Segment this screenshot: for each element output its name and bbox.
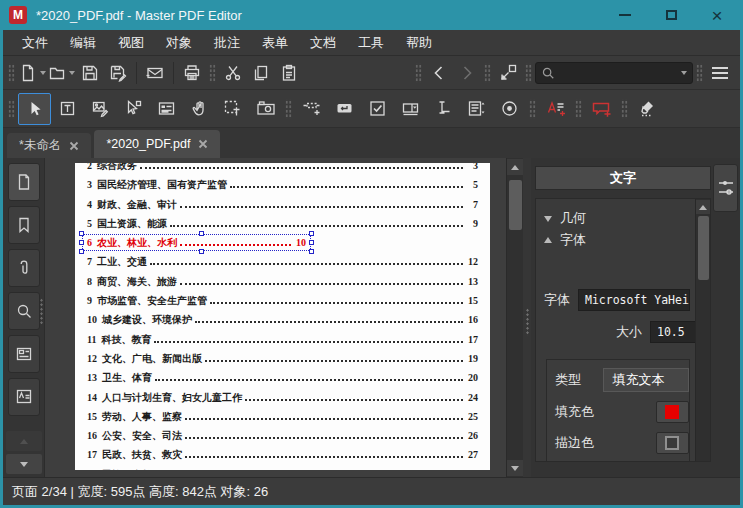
transform-object-button[interactable] <box>494 59 522 87</box>
sidebar-form-fields-button[interactable] <box>8 335 40 373</box>
toolbar-grip[interactable] <box>8 99 15 119</box>
toc-row[interactable]: 8 商贸、海关、旅游 13 <box>75 272 490 291</box>
menu-tools[interactable]: 工具 <box>347 30 395 55</box>
forward-button[interactable] <box>453 59 481 87</box>
radio-field-tool-button[interactable] <box>493 93 526 125</box>
stroke-color-button[interactable] <box>656 432 689 454</box>
toc-row[interactable]: 6 农业、林业、水利 10 <box>82 234 311 251</box>
back-button[interactable] <box>425 59 453 87</box>
menu-edit[interactable]: 编辑 <box>59 30 107 55</box>
scroll-up-button[interactable] <box>507 159 523 175</box>
toc-row[interactable]: 12 文化、广电、新闻出版 19 <box>75 349 490 368</box>
maximize-button[interactable] <box>648 0 694 30</box>
edit-forms-tool-button[interactable] <box>150 93 183 125</box>
toc-row[interactable]: 11 科技、教育 17 <box>75 330 490 349</box>
toolbar-menu-button[interactable] <box>706 59 734 87</box>
edit-text-tool-button[interactable] <box>51 93 84 125</box>
toc-row[interactable]: 10 城乡建设、环境保护 16 <box>75 310 490 329</box>
panel-splitter[interactable] <box>523 158 531 477</box>
section-font[interactable]: 字体 <box>544 229 690 251</box>
tab-close-icon[interactable] <box>69 141 79 151</box>
date-field-tool-button[interactable] <box>427 93 460 125</box>
paste-button[interactable] <box>275 59 303 87</box>
scroll-down-button[interactable] <box>507 460 523 476</box>
selection-handle[interactable] <box>199 249 204 254</box>
highlighter-tool-button[interactable] <box>631 93 664 125</box>
splitter-handle[interactable] <box>525 308 530 336</box>
highlight-text-tool-button[interactable] <box>539 93 572 125</box>
scrollbar-thumb[interactable] <box>509 180 522 230</box>
chevron-down-icon[interactable] <box>681 71 687 78</box>
toolbar-grip[interactable] <box>415 63 422 83</box>
toc-row[interactable]: 15 劳动、人事、监察 25 <box>75 407 490 426</box>
menu-object[interactable]: 对象 <box>155 30 203 55</box>
sidebar-scroll-up-button[interactable] <box>6 431 42 451</box>
sidebar-pages-button[interactable] <box>8 163 40 201</box>
toc-row[interactable]: 17 民政、扶贫、救灾 27 <box>75 445 490 464</box>
edit-image-tool-button[interactable] <box>84 93 117 125</box>
selection-handle[interactable] <box>309 231 314 236</box>
snapshot-tool-button[interactable] <box>249 93 282 125</box>
selection-handle[interactable] <box>309 240 314 245</box>
save-as-button[interactable] <box>104 59 132 87</box>
sidebar-bookmarks-button[interactable] <box>8 206 40 244</box>
combobox-field-tool-button[interactable] <box>394 93 427 125</box>
email-button[interactable] <box>141 59 169 87</box>
edit-path-tool-button[interactable] <box>117 93 150 125</box>
selection-handle[interactable] <box>309 249 314 254</box>
cut-button[interactable] <box>219 59 247 87</box>
sidebar-signature-button[interactable] <box>8 378 40 416</box>
toolbar-grip[interactable] <box>529 99 536 119</box>
toc-row[interactable]: 16 公安、安全、司法 26 <box>75 426 490 445</box>
panel-scrollbar-thumb[interactable] <box>698 216 709 280</box>
font-name-field[interactable]: Microsoft YaHei <box>578 289 690 311</box>
toolbar-grip[interactable] <box>696 63 703 83</box>
toc-row[interactable]: 5 国土资源、能源 9 <box>75 214 490 233</box>
toolbar-grip[interactable] <box>285 99 292 119</box>
toolbar-grip[interactable] <box>8 63 15 83</box>
new-document-button[interactable] <box>18 59 47 87</box>
print-button[interactable] <box>178 59 206 87</box>
selection-handle[interactable] <box>199 231 204 236</box>
save-button[interactable] <box>76 59 104 87</box>
panel-scrollbar[interactable] <box>695 199 710 461</box>
selection-handle[interactable] <box>79 231 84 236</box>
fill-color-button[interactable] <box>656 401 689 423</box>
search-input[interactable] <box>555 66 678 80</box>
toc-row[interactable]: 4 财政、金融、审计 7 <box>75 195 490 214</box>
menu-file[interactable]: 文件 <box>11 30 59 55</box>
toc-row[interactable]: 14 人口与计划生育、妇女儿童工作 24 <box>75 388 490 407</box>
sidebar-scroll-down-button[interactable] <box>6 454 42 474</box>
button-field-tool-button[interactable] <box>328 93 361 125</box>
toc-row[interactable]: 7 工业、交通 12 <box>75 252 490 271</box>
selection-handle[interactable] <box>79 240 84 245</box>
panel-toggle-button[interactable] <box>713 164 738 212</box>
toolbar-grip[interactable] <box>525 63 532 83</box>
text-field-tool-button[interactable] <box>295 93 328 125</box>
menu-document[interactable]: 文档 <box>299 30 347 55</box>
open-document-button[interactable] <box>47 59 76 87</box>
toolbar-grip[interactable] <box>209 63 216 83</box>
toc-row[interactable]: 2 综合政务 3 <box>75 163 490 175</box>
toolbar-grip[interactable] <box>621 99 628 119</box>
toolbar-grip[interactable] <box>484 63 491 83</box>
tab-close-icon[interactable] <box>198 139 208 149</box>
toc-row[interactable]: 3 国民经济管理、国有资产监管 5 <box>75 175 490 194</box>
sidebar-splitter-handle[interactable] <box>39 298 44 324</box>
menu-forms[interactable]: 表单 <box>251 30 299 55</box>
toc-row[interactable]: 9 市场监管、安全生产监管 15 <box>75 291 490 310</box>
selection-handle[interactable] <box>79 249 84 254</box>
toc-row[interactable]: 18 民族、宗教 28 <box>75 465 490 470</box>
add-comment-tool-button[interactable] <box>585 93 618 125</box>
toolbar-grip[interactable] <box>575 99 582 119</box>
checkbox-field-tool-button[interactable] <box>361 93 394 125</box>
section-geometry[interactable]: 几何 <box>544 207 690 229</box>
hand-tool-button[interactable] <box>183 93 216 125</box>
menu-help[interactable]: 帮助 <box>395 30 443 55</box>
menu-annotate[interactable]: 批注 <box>203 30 251 55</box>
minimize-button[interactable] <box>602 0 648 30</box>
sidebar-search-button[interactable] <box>8 292 40 330</box>
pdf-page[interactable]: 2 综合政务 3 3 国民经济管理、国有资产监管 5 4 <box>75 163 490 470</box>
sidebar-attachments-button[interactable] <box>8 249 40 287</box>
type-dropdown[interactable]: 填充文本 <box>603 368 689 392</box>
